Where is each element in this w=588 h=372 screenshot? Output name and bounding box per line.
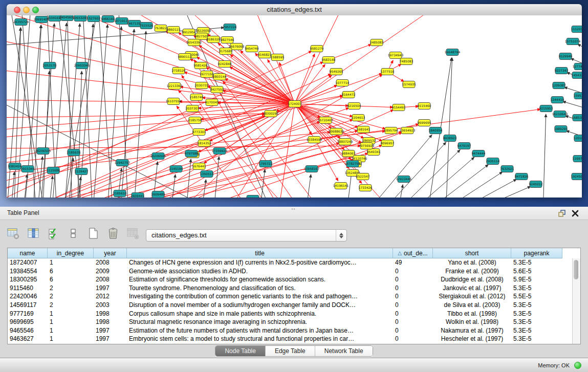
citation-edge-black[interactable] — [118, 15, 128, 198]
column-header-out_de[interactable]: △out_de... — [393, 248, 433, 258]
citation-edge-red[interactable] — [7, 104, 295, 161]
cell-out_de[interactable]: 0 — [393, 335, 433, 343]
citation-edge-red[interactable] — [7, 104, 295, 130]
cell-in_degree[interactable]: 1 — [48, 326, 94, 335]
citation-edge-red[interactable] — [295, 15, 344, 104]
network-node[interactable]: 9146821 — [258, 52, 272, 58]
column-header-name[interactable]: name — [8, 248, 48, 258]
network-canvas[interactable]: 2435572420691406210416172404560310653287… — [7, 15, 582, 198]
citation-edge-black[interactable] — [446, 58, 452, 198]
cell-title[interactable]: Estimation of the future numbers of pati… — [127, 326, 393, 335]
tab-node-table[interactable]: Node Table — [215, 346, 266, 356]
citation-edge-black[interactable] — [451, 179, 516, 198]
network-node[interactable]: 8096957 — [381, 140, 395, 147]
close-icon[interactable] — [571, 209, 580, 218]
network-node[interactable]: 1724007 — [288, 101, 302, 107]
network-node[interactable]: 1895794 — [384, 127, 398, 134]
network-node[interactable]: 17359928 — [212, 148, 228, 155]
network-node[interactable]: 2030731 — [195, 82, 209, 89]
network-node[interactable]: 1244419 — [551, 97, 564, 103]
network-node[interactable]: 1129427 — [75, 168, 89, 175]
tab-network-table[interactable]: Network Table — [315, 346, 373, 356]
network-node[interactable]: 9129946 — [559, 53, 573, 60]
network-node[interactable]: 1169731 — [573, 156, 582, 162]
table-body[interactable]: 1872400712008Changes of HCN gene express… — [8, 258, 580, 343]
network-node[interactable]: 24355724 — [13, 19, 29, 26]
network-node[interactable]: 1377516 — [381, 69, 395, 75]
network-node[interactable]: 79756928 — [359, 143, 375, 149]
cell-short[interactable]: Yano et al. (2008) — [433, 258, 511, 267]
network-node[interactable]: 2803144 — [213, 74, 227, 80]
network-node[interactable]: 1733426 — [359, 185, 373, 191]
citation-edge-black[interactable] — [306, 174, 311, 198]
network-node[interactable]: 8454749 — [245, 46, 259, 52]
citation-edge-black[interactable] — [465, 186, 531, 198]
citation-edge-red[interactable] — [295, 15, 442, 104]
row-height-icon[interactable] — [66, 226, 80, 240]
split-pane-handle-icon[interactable] — [290, 207, 296, 211]
table-row[interactable]: 1938455462009Genome-wide association stu… — [8, 267, 580, 276]
network-node[interactable]: 9583148 — [322, 57, 336, 63]
network-node[interactable]: 1681641 — [357, 126, 371, 133]
network-node[interactable]: 8549341 — [367, 149, 381, 156]
cell-year[interactable]: 1998 — [94, 310, 127, 318]
table-row[interactable]: 969969511998Structural magnetic resonanc… — [8, 318, 580, 326]
cell-in_degree[interactable]: 1 — [48, 310, 94, 318]
network-node[interactable]: 9860123 — [167, 27, 181, 33]
scrollbar-thumb[interactable] — [574, 260, 578, 279]
network-node[interactable]: 12213363 — [167, 83, 183, 90]
citation-edge-black[interactable] — [365, 135, 432, 198]
network-node[interactable]: 763822 — [155, 25, 167, 32]
citation-network-graph[interactable]: 2435572420691406210416172404560310653287… — [7, 15, 582, 198]
cell-title[interactable]: Estimation of significance thresholds fo… — [127, 275, 393, 284]
cell-title[interactable]: Corpus callosum shape and size in male p… — [127, 310, 393, 318]
network-node[interactable]: 2609489 — [151, 191, 165, 198]
cell-year[interactable]: 1997 — [94, 284, 127, 293]
cell-short[interactable]: Franke et al. (2009) — [433, 267, 511, 276]
network-node[interactable]: 9797588 — [185, 150, 199, 157]
network-node[interactable]: 9474444 — [472, 150, 486, 157]
tab-edge-table[interactable]: Edge Table — [266, 346, 315, 356]
cell-in_degree[interactable]: 2 — [48, 284, 94, 293]
column-header-pagerank[interactable]: pagerank — [511, 248, 562, 258]
network-node[interactable]: 1685345 — [572, 115, 582, 121]
network-node[interactable]: 4170045 — [205, 99, 219, 106]
cell-out_de[interactable]: 49 — [393, 258, 433, 267]
cell-pagerank[interactable]: 5.3E-5 — [511, 310, 562, 318]
network-node[interactable]: 12942757 — [115, 160, 130, 166]
network-node[interactable]: 2053170 — [43, 62, 57, 69]
network-node[interactable]: 2204613 — [352, 115, 365, 121]
network-node[interactable]: 1989291 — [554, 126, 568, 133]
cell-title[interactable]: Changes of HCN gene expression and I(f) … — [127, 258, 393, 267]
network-node[interactable]: 1077714 — [336, 80, 350, 86]
citation-edge-black[interactable] — [107, 27, 121, 198]
column-header-in_degree[interactable]: in_degree — [48, 248, 94, 258]
network-node[interactable]: 15720407 — [318, 117, 334, 124]
cell-year[interactable]: 1997 — [94, 326, 127, 335]
cell-out_de[interactable]: 0 — [393, 284, 433, 293]
network-node[interactable]: 7515526 — [140, 23, 154, 29]
table-scrollbar[interactable] — [572, 258, 580, 344]
citation-edge-black[interactable] — [398, 185, 403, 198]
network-node[interactable]: 8164472 — [342, 92, 356, 98]
cell-year[interactable]: 2008 — [94, 275, 127, 284]
table-row[interactable]: 2242004622012Investigating the contribut… — [8, 292, 580, 301]
network-node[interactable]: 16782759 — [345, 161, 361, 167]
cell-out_de[interactable]: 0 — [393, 310, 433, 318]
cell-short[interactable]: Hescheler et al. (1997) — [433, 335, 511, 343]
cell-title[interactable]: Genome-wide association studies in ADHD. — [127, 267, 393, 276]
cell-in_degree[interactable]: 1 — [48, 335, 94, 343]
cell-out_de[interactable]: 0 — [393, 275, 433, 284]
network-node[interactable]: 14196141 — [333, 183, 349, 189]
cell-title[interactable]: Embryonic stem cells: a model to study s… — [127, 335, 393, 343]
cell-pagerank[interactable]: 5.3E-5 — [511, 284, 562, 293]
network-node[interactable]: 3175685 — [219, 48, 233, 55]
column-header-short[interactable]: short — [433, 248, 511, 258]
network-node[interactable]: 8773301 — [192, 129, 206, 136]
cell-name[interactable]: 18300295 — [8, 275, 48, 284]
cell-year[interactable]: 2003 — [94, 301, 127, 310]
network-node[interactable]: 13958167 — [304, 166, 320, 172]
cell-short[interactable]: Stergiakouli et al. (2012) — [433, 292, 511, 301]
node-table[interactable]: namein_degreeyeartitle△out_de...shortpag… — [7, 248, 581, 344]
network-node[interactable]: 2185610 — [113, 190, 127, 197]
